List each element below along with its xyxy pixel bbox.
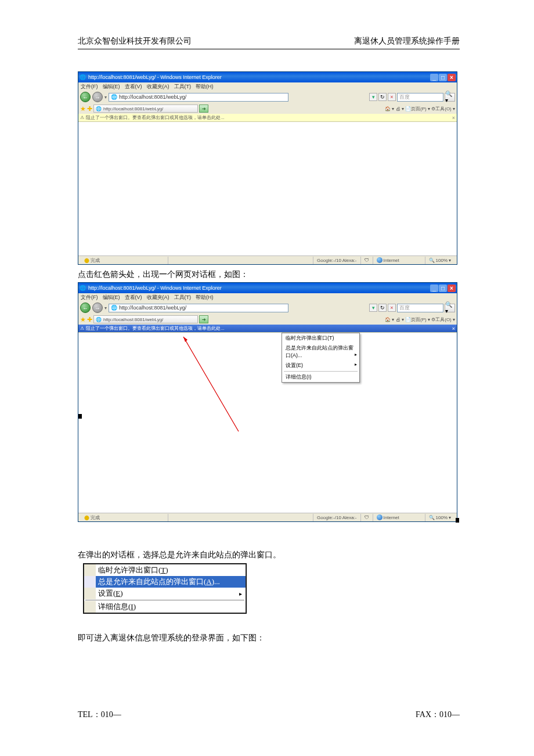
go-button[interactable]: ➔ bbox=[199, 315, 208, 323]
menu-item-temp-allow[interactable]: 临时允许弹出窗口(T) bbox=[282, 333, 359, 343]
menu-file[interactable]: 文件(F) bbox=[81, 83, 98, 91]
popup-menu-enlarged: 临时允许弹出窗口(T) 总是允许来自此站点的弹出窗口(A)... 设置(E) ▸… bbox=[84, 564, 246, 613]
page-tools[interactable]: 🏠 ▾ 🖨 ▾ 📄页面(P) ▾ ⚙工具(O) ▾ bbox=[385, 316, 455, 323]
menu-separator bbox=[284, 371, 358, 372]
browser-tab[interactable]: 🌐 http://localhost:8081/webLyg/ bbox=[93, 315, 198, 323]
enlarged-settings[interactable]: 设置(E) ▸ bbox=[84, 588, 246, 599]
doc-title: 离退休人员管理系统操作手册 bbox=[354, 36, 460, 46]
globe-icon bbox=[377, 257, 383, 263]
browser-tab[interactable]: 🌐 http://localhost:8081/webLyg/ bbox=[93, 105, 198, 113]
ie-status-bar: ⬤ 完成 Google:-/10 Alexa:- 🛡 Internet 🔍 10… bbox=[78, 513, 457, 521]
selection-handle bbox=[78, 414, 82, 419]
page-tools[interactable]: 🏠 ▾ 🖨 ▾ 📄页面(P) ▾ ⚙工具(O) ▾ bbox=[385, 106, 455, 112]
shield-icon: 🛡 bbox=[365, 258, 369, 263]
dropdown-icon[interactable]: ▾ bbox=[369, 93, 377, 101]
ie-menubar: 文件(F) 编辑(E) 查看(V) 收藏夹(A) 工具(T) 帮助(H) bbox=[78, 82, 457, 91]
favorites-star-icon[interactable]: ★ bbox=[80, 105, 86, 113]
close-icon[interactable]: × bbox=[448, 285, 456, 292]
dropdown-icon[interactable]: ▾ bbox=[369, 304, 377, 312]
page-footer: TEL：010— FAX：010— bbox=[78, 710, 460, 720]
favorites-star-icon[interactable]: ★ bbox=[80, 316, 86, 323]
instruction-text-2: 在弹出的对话框，选择总是允许来自此站点的弹出窗口。 bbox=[78, 550, 460, 560]
stop-icon[interactable]: × bbox=[388, 304, 396, 312]
back-button[interactable]: ← bbox=[80, 303, 91, 313]
menu-separator bbox=[85, 600, 244, 600]
ie-fav-bar: ★ ✚ 🌐 http://localhost:8081/webLyg/ ➔ 🏠 … bbox=[78, 314, 457, 325]
menu-help[interactable]: 帮助(H) bbox=[196, 83, 214, 91]
footer-fax: FAX：010— bbox=[416, 710, 460, 720]
red-arrow-icon bbox=[181, 334, 285, 438]
menu-tools[interactable]: 工具(T) bbox=[174, 83, 192, 91]
forward-button[interactable]: → bbox=[92, 92, 103, 102]
refresh-icon[interactable]: ↻ bbox=[378, 304, 387, 312]
minimize-icon[interactable]: _ bbox=[430, 74, 438, 81]
company-name: 北京众智创业科技开发有限公司 bbox=[78, 36, 192, 46]
globe-icon bbox=[377, 514, 383, 520]
menu-view[interactable]: 查看(V) bbox=[125, 294, 142, 301]
selection-handle bbox=[456, 518, 459, 523]
menu-item-always-allow[interactable]: 总是允许来自此站点的弹出窗口(A)... bbox=[282, 343, 359, 361]
ie-titlebar: 🌐 http://localhost:8081/webLyg/ - Window… bbox=[78, 72, 457, 82]
status-google: Google:-/10 Alexa:- bbox=[313, 257, 360, 264]
popup-blocker-infobar[interactable]: ⚠ 阻止了一个弹出窗口。要查看此弹出窗口或其他选项，请单击此处... × bbox=[78, 114, 457, 122]
infobar-close-icon[interactable]: × bbox=[452, 115, 455, 121]
instruction-text-1: 点击红色箭头处，出现一个网页对话框，如图： bbox=[78, 269, 460, 280]
popup-context-menu: 临时允许弹出窗口(T) 总是允许来自此站点的弹出窗口(A)... 设置(E) 详… bbox=[282, 333, 360, 383]
url-text: http://localhost:8081/webLyg/ bbox=[119, 94, 186, 100]
ie-content-area: 临时允许弹出窗口(T) 总是允许来自此站点的弹出窗口(A)... 设置(E) 详… bbox=[78, 333, 457, 513]
menu-edit[interactable]: 编辑(E) bbox=[103, 294, 120, 301]
ie-titlebar: 🌐 http://localhost:8081/webLyg/ - Window… bbox=[78, 283, 457, 293]
svg-line-0 bbox=[183, 337, 239, 431]
ie-status-bar: ⬤ 完成 Google:-/10 Alexa:- 🛡 Internet 🔍 10… bbox=[78, 255, 457, 264]
menu-file[interactable]: 文件(F) bbox=[81, 294, 98, 301]
refresh-icon[interactable]: ↻ bbox=[378, 93, 387, 101]
search-box[interactable]: 百度 bbox=[397, 304, 443, 312]
infobar-text: 阻止了一个弹出窗口。要查看此弹出窗口或其他选项，请单击此处... bbox=[86, 114, 225, 121]
maximize-icon[interactable]: □ bbox=[439, 74, 447, 81]
popup-blocker-infobar-highlighted[interactable]: ⚠ 阻止了一个弹出窗口。要查看此弹出窗口或其他选项，请单击此处... × bbox=[78, 325, 457, 333]
ie-window-1: 🌐 http://localhost:8081/webLyg/ - Window… bbox=[78, 71, 457, 265]
enlarged-details[interactable]: 详细信息(I) bbox=[84, 601, 246, 613]
enlarged-always-allow[interactable]: 总是允许来自此站点的弹出窗口(A)... bbox=[84, 576, 246, 588]
back-button[interactable]: ← bbox=[80, 92, 91, 102]
ie-nav-bar: ← → ▾ 🌐 http://localhost:8081/webLyg/ ▾ … bbox=[78, 301, 457, 314]
status-zone: Internet bbox=[384, 258, 399, 263]
menu-view[interactable]: 查看(V) bbox=[125, 83, 142, 91]
menu-item-settings[interactable]: 设置(E) bbox=[282, 361, 359, 370]
ie-content-area bbox=[78, 122, 457, 255]
go-button[interactable]: ➔ bbox=[199, 105, 208, 113]
add-favorite-icon[interactable]: ✚ bbox=[87, 316, 92, 323]
status-zoom: 100% bbox=[436, 258, 448, 263]
address-bar[interactable]: 🌐 http://localhost:8081/webLyg/ bbox=[109, 93, 288, 102]
menu-fav[interactable]: 收藏夹(A) bbox=[147, 83, 169, 91]
shield-icon: 🛡 bbox=[365, 515, 369, 520]
close-icon[interactable]: × bbox=[448, 74, 456, 81]
window-title: http://localhost:8081/webLyg/ - Windows … bbox=[88, 74, 222, 80]
menu-fav[interactable]: 收藏夹(A) bbox=[147, 294, 169, 301]
add-favorite-icon[interactable]: ✚ bbox=[87, 105, 92, 113]
search-icon[interactable]: 🔍▾ bbox=[445, 93, 455, 102]
menu-help[interactable]: 帮助(H) bbox=[196, 294, 214, 301]
status-done: 完成 bbox=[91, 257, 100, 264]
maximize-icon[interactable]: □ bbox=[439, 285, 447, 292]
minimize-icon[interactable]: _ bbox=[430, 285, 438, 292]
submenu-arrow-icon: ▸ bbox=[239, 591, 242, 597]
enlarged-temp-allow[interactable]: 临时允许弹出窗口(T) bbox=[84, 564, 246, 576]
forward-button[interactable]: → bbox=[92, 303, 103, 313]
stop-icon[interactable]: × bbox=[388, 93, 396, 101]
menu-item-details[interactable]: 详细信息(I) bbox=[282, 372, 359, 382]
instruction-text-3: 即可进入离退休信息管理系统的登录界面，如下图： bbox=[78, 633, 460, 643]
ie-window-2: 🌐 http://localhost:8081/webLyg/ - Window… bbox=[78, 282, 457, 522]
search-box[interactable]: 百度 bbox=[397, 93, 443, 102]
footer-tel: TEL：010— bbox=[78, 710, 121, 720]
infobar-close-icon[interactable]: × bbox=[452, 326, 455, 332]
address-bar[interactable]: 🌐 http://localhost:8081/webLyg/ bbox=[109, 304, 288, 312]
menu-tools[interactable]: 工具(T) bbox=[174, 294, 192, 301]
ie-menubar: 文件(F) 编辑(E) 查看(V) 收藏夹(A) 工具(T) 帮助(H) bbox=[78, 293, 457, 301]
svg-marker-1 bbox=[183, 337, 187, 342]
ie-fav-bar: ★ ✚ 🌐 http://localhost:8081/webLyg/ ➔ 🏠 … bbox=[78, 103, 457, 114]
menu-edit[interactable]: 编辑(E) bbox=[103, 83, 120, 91]
page-header: 北京众智创业科技开发有限公司 离退休人员管理系统操作手册 bbox=[78, 36, 460, 49]
ie-nav-bar: ← → ▾ 🌐 http://localhost:8081/webLyg/ ▾ … bbox=[78, 91, 457, 103]
search-icon[interactable]: 🔍▾ bbox=[445, 304, 455, 312]
